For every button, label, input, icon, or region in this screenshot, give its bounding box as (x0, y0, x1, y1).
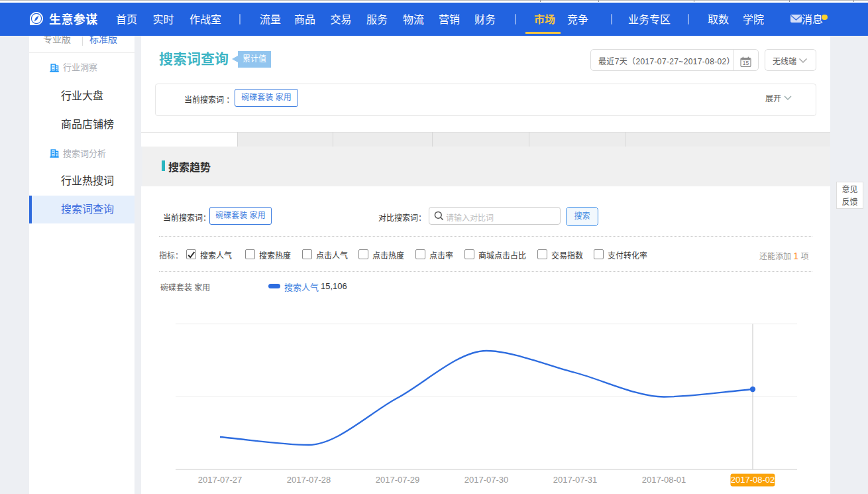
svg-text:15: 15 (743, 60, 749, 66)
svg-text:2017-08-01: 2017-08-01 (642, 475, 686, 485)
svg-text:2017-07-31: 2017-07-31 (553, 475, 598, 485)
svg-text:2017-08-02: 2017-08-02 (731, 475, 775, 485)
svg-text:2017-07-27: 2017-07-27 (198, 475, 243, 485)
svg-text:2017-07-28: 2017-07-28 (287, 475, 331, 485)
svg-text:2017-07-30: 2017-07-30 (464, 475, 509, 485)
svg-text:2017-07-29: 2017-07-29 (376, 475, 420, 485)
